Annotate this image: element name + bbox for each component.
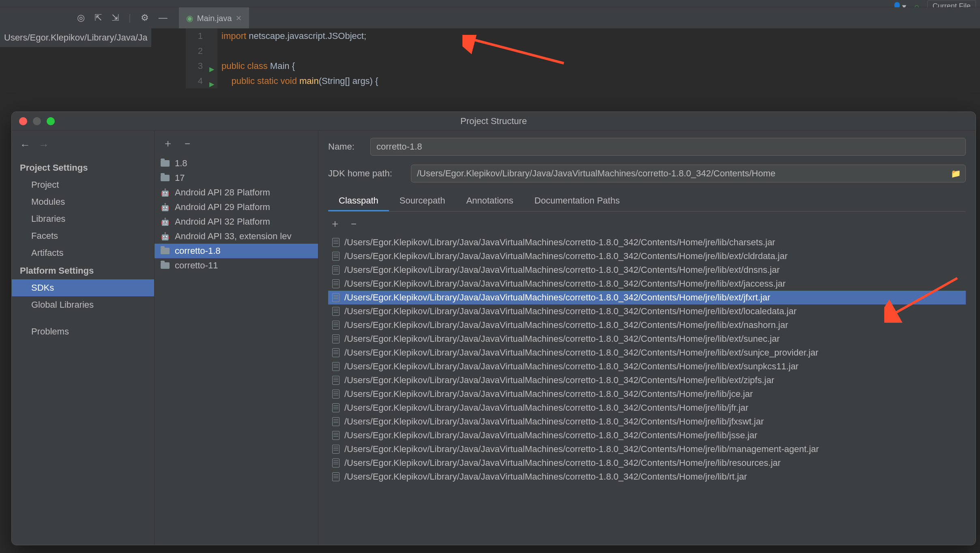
target-icon[interactable]: ◎	[77, 13, 85, 23]
name-label: Name:	[328, 141, 361, 152]
jar-icon	[332, 445, 340, 454]
jdk-path-input[interactable]	[411, 165, 966, 182]
gutter-line[interactable]: 1	[186, 28, 203, 43]
sdk-item[interactable]: 🤖Android API 28 Platform	[155, 185, 318, 200]
jar-icon	[332, 238, 340, 247]
dialog-titlebar[interactable]: Project Structure	[12, 112, 976, 131]
nav-back-icon[interactable]: ←	[20, 139, 30, 151]
classpath-path: /Users/Egor.Klepikov/Library/Java/JavaVi…	[344, 292, 770, 303]
settings-nav: ← → Project Settings ProjectModulesLibra…	[12, 131, 155, 545]
android-icon: 🤖	[160, 218, 170, 226]
classpath-entry[interactable]: /Users/Egor.Klepikov/Library/Java/JavaVi…	[328, 387, 966, 401]
gear-icon[interactable]: ⚙	[141, 13, 149, 23]
classpath-path: /Users/Egor.Klepikov/Library/Java/JavaVi…	[344, 347, 819, 358]
nav-item-libraries[interactable]: Libraries	[12, 210, 154, 227]
remove-sdk-button[interactable]: －	[182, 136, 193, 150]
classpath-entry[interactable]: /Users/Egor.Klepikov/Library/Java/JavaVi…	[328, 360, 966, 373]
classpath-path: /Users/Egor.Klepikov/Library/Java/JavaVi…	[344, 472, 747, 482]
classpath-entry[interactable]: /Users/Egor.Klepikov/Library/Java/JavaVi…	[328, 442, 966, 456]
code-line[interactable]: import netscape.javascript.JSObject;	[221, 28, 980, 43]
sdk-item[interactable]: 🤖Android API 32 Platform	[155, 214, 318, 229]
gutter-line[interactable]: 4▶	[186, 73, 203, 88]
java-file-icon: ◉	[186, 13, 193, 23]
nav-item-global-libraries[interactable]: Global Libraries	[12, 296, 154, 313]
window-zoom[interactable]	[47, 117, 55, 125]
classpath-entry[interactable]: /Users/Egor.Klepikov/Library/Java/JavaVi…	[328, 291, 966, 304]
sdk-item[interactable]: corretto-1.8	[155, 244, 318, 258]
sdk-item[interactable]: 17	[155, 171, 318, 185]
add-sdk-button[interactable]: ＋	[163, 136, 173, 150]
sdk-name-input[interactable]	[370, 138, 966, 156]
jar-icon	[332, 417, 340, 426]
remove-classpath-button[interactable]: －	[348, 216, 359, 231]
classpath-entry[interactable]: /Users/Egor.Klepikov/Library/Java/JavaVi…	[328, 263, 966, 277]
jar-icon	[332, 390, 340, 399]
code-line[interactable]: public static void main(String[] args) {	[221, 73, 980, 88]
nav-item-artifacts[interactable]: Artifacts	[12, 244, 154, 261]
add-classpath-button[interactable]: ＋	[330, 216, 340, 231]
file-breadcrumb[interactable]: Users/Egor.Klepikov/Library/Java/Ja	[0, 28, 151, 47]
folder-icon	[160, 247, 170, 255]
folder-icon	[160, 159, 170, 167]
jdk-path-label: JDK home path:	[328, 168, 401, 179]
tab-classpath[interactable]: Classpath	[328, 191, 389, 211]
window-close[interactable]	[19, 117, 27, 125]
classpath-path: /Users/Egor.Klepikov/Library/Java/JavaVi…	[344, 237, 775, 248]
jar-icon	[332, 431, 340, 440]
gutter-line[interactable]: 2	[186, 43, 203, 58]
tab-documentation-paths[interactable]: Documentation Paths	[524, 191, 630, 211]
nav-forward-icon[interactable]: →	[39, 139, 49, 151]
classpath-entry[interactable]: /Users/Egor.Klepikov/Library/Java/JavaVi…	[328, 236, 966, 249]
classpath-entry[interactable]: /Users/Egor.Klepikov/Library/Java/JavaVi…	[328, 318, 966, 332]
classpath-entry[interactable]: /Users/Egor.Klepikov/Library/Java/JavaVi…	[328, 401, 966, 415]
jar-icon	[332, 362, 340, 371]
classpath-entry[interactable]: /Users/Egor.Klepikov/Library/Java/JavaVi…	[328, 456, 966, 470]
classpath-entry[interactable]: /Users/Egor.Klepikov/Library/Java/JavaVi…	[328, 415, 966, 429]
sdk-item[interactable]: 🤖Android API 29 Platform	[155, 200, 318, 214]
collapse-icon[interactable]: ⇲	[112, 13, 119, 23]
jar-icon	[332, 472, 340, 481]
jar-icon	[332, 334, 340, 343]
classpath-entry[interactable]: /Users/Egor.Klepikov/Library/Java/JavaVi…	[328, 373, 966, 387]
classpath-entry[interactable]: /Users/Egor.Klepikov/Library/Java/JavaVi…	[328, 277, 966, 291]
close-icon[interactable]: ✕	[236, 14, 242, 23]
classpath-path: /Users/Egor.Klepikov/Library/Java/JavaVi…	[344, 320, 788, 330]
classpath-path: /Users/Egor.Klepikov/Library/Java/JavaVi…	[344, 334, 780, 344]
classpath-path: /Users/Egor.Klepikov/Library/Java/JavaVi…	[344, 361, 799, 372]
sdk-item[interactable]: 1.8	[155, 156, 318, 171]
tab-annotations[interactable]: Annotations	[456, 191, 524, 211]
run-gutter-icon[interactable]: ▶	[209, 62, 214, 77]
nav-item-modules[interactable]: Modules	[12, 193, 154, 210]
dialog-title: Project Structure	[460, 116, 527, 126]
classpath-path: /Users/Egor.Klepikov/Library/Java/JavaVi…	[344, 279, 786, 289]
nav-item-project[interactable]: Project	[12, 176, 154, 193]
code-line[interactable]: public class Main {	[221, 58, 980, 73]
classpath-entry[interactable]: /Users/Egor.Klepikov/Library/Java/JavaVi…	[328, 346, 966, 360]
classpath-entry[interactable]: /Users/Egor.Klepikov/Library/Java/JavaVi…	[328, 249, 966, 263]
code-line[interactable]	[221, 43, 980, 58]
classpath-entry[interactable]: /Users/Egor.Klepikov/Library/Java/JavaVi…	[328, 429, 966, 442]
browse-folder-icon[interactable]: 📁	[951, 169, 961, 178]
folder-icon	[160, 174, 170, 182]
minimize-icon[interactable]: —	[159, 13, 168, 23]
sdk-item[interactable]: corretto-11	[155, 258, 318, 273]
editor-area: ◎ ⇱ ⇲ | ⚙ — ◉ Main.java ✕ Users/Egor.Kle…	[0, 7, 980, 121]
classpath-entry[interactable]: /Users/Egor.Klepikov/Library/Java/JavaVi…	[328, 304, 966, 318]
window-minimize[interactable]	[33, 117, 41, 125]
gutter-line[interactable]: 3▶	[186, 58, 203, 73]
sdk-item[interactable]: 🤖Android API 33, extension lev	[155, 229, 318, 244]
nav-item-facets[interactable]: Facets	[12, 227, 154, 244]
nav-item-problems[interactable]: Problems	[12, 323, 154, 340]
sdk-label: 1.8	[175, 158, 187, 169]
run-gutter-icon[interactable]: ▶	[209, 77, 214, 92]
sdk-label: Android API 28 Platform	[175, 187, 270, 198]
classpath-entry[interactable]: /Users/Egor.Klepikov/Library/Java/JavaVi…	[328, 332, 966, 346]
classpath-path: /Users/Egor.Klepikov/Library/Java/JavaVi…	[344, 375, 774, 386]
expand-icon[interactable]: ⇱	[95, 13, 102, 23]
classpath-entry[interactable]: /Users/Egor.Klepikov/Library/Java/JavaVi…	[328, 470, 966, 484]
android-icon: 🤖	[160, 189, 170, 197]
code-editor[interactable]: 123▶4▶ import netscape.javascript.JSObje…	[186, 28, 980, 88]
nav-item-sdks[interactable]: SDKs	[12, 279, 154, 296]
tab-sourcepath[interactable]: Sourcepath	[389, 191, 456, 211]
editor-tab-main[interactable]: ◉ Main.java ✕	[179, 7, 249, 28]
